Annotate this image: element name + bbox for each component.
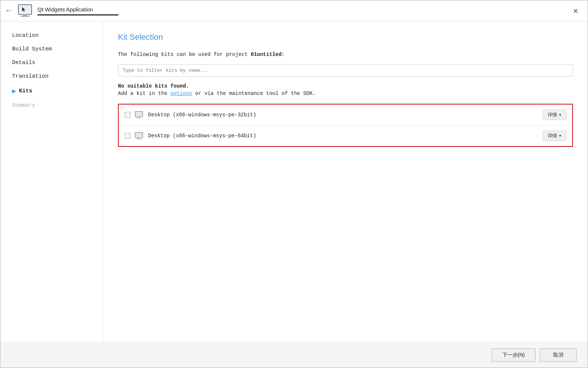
sidebar-item-translation[interactable]: Translation: [8, 70, 103, 83]
kit-checkbox-32bit[interactable]: [125, 112, 130, 118]
svg-rect-8: [136, 118, 141, 118]
svg-rect-2: [23, 14, 27, 16]
kit-row: Desktop (x86-windows-msys-pe-32bit) 详情 ▾: [119, 105, 572, 125]
details-label: Details: [12, 60, 35, 66]
back-button[interactable]: ←: [6, 6, 11, 15]
kit-filter-input[interactable]: [118, 64, 573, 77]
sidebar-item-summary: Summary: [8, 99, 103, 112]
svg-rect-6: [136, 112, 142, 116]
kits-container: Desktop (x86-windows-msys-pe-32bit) 详情 ▾: [118, 104, 573, 147]
title-area: Qt Widgets Application: [37, 6, 118, 15]
options-link[interactable]: options: [171, 91, 192, 96]
build-system-label: Build System: [12, 46, 52, 52]
project-name: 01untitled: [251, 52, 282, 57]
page-title: Kit Selection: [118, 32, 573, 42]
cancel-button[interactable]: 取消: [540, 348, 577, 362]
kits-label: Kits: [19, 88, 32, 94]
footer: 下一步(N) 取消: [0, 342, 588, 368]
kit-checkbox-64bit[interactable]: [125, 133, 130, 139]
description-text: The following kits can be used for proje…: [118, 51, 573, 59]
window-icon: [17, 3, 35, 18]
sidebar-item-details[interactable]: Details: [8, 56, 103, 70]
title-bar: ← Qt Widgets Application ✕: [0, 0, 588, 21]
kit-label-32bit: Desktop (x86-windows-msys-pe-32bit): [148, 112, 538, 118]
no-kits-prefix: Add a kit in the: [118, 91, 171, 96]
kits-arrow-icon: ▶: [12, 87, 16, 95]
svg-rect-7: [138, 117, 140, 118]
monitor-icon-64bit: [135, 132, 144, 139]
svg-rect-11: [138, 138, 140, 139]
sidebar-item-kits[interactable]: ▶ Kits: [8, 83, 103, 99]
sidebar-item-build-system[interactable]: Build System: [8, 42, 103, 56]
main-window: ← Qt Widgets Application ✕ Location Bu: [0, 0, 588, 368]
svg-rect-3: [21, 16, 29, 17]
content-area: Kit Selection The following kits can be …: [103, 21, 588, 342]
title-underline: [37, 14, 118, 15]
details-button-32bit[interactable]: 详情 ▾: [543, 110, 566, 120]
no-kits-detail: Add a kit in the options or via the main…: [118, 91, 573, 96]
chevron-down-icon-64bit: ▾: [559, 133, 562, 139]
sidebar: Location Build System Details Translatio…: [0, 21, 103, 342]
svg-rect-12: [136, 139, 141, 139]
summary-label: Summary: [12, 102, 35, 109]
close-button[interactable]: ✕: [570, 4, 582, 17]
details-button-64bit[interactable]: 详情 ▾: [543, 131, 566, 141]
sidebar-item-location[interactable]: Location: [8, 29, 103, 42]
no-kits-title: No suitable kits found.: [118, 83, 573, 89]
details-text-64bit: 详情: [548, 132, 557, 139]
location-label: Location: [12, 32, 39, 39]
next-button[interactable]: 下一步(N): [492, 348, 535, 362]
desc-suffix: :: [282, 52, 284, 57]
desc-prefix: The following kits can be used for proje…: [118, 52, 251, 57]
monitor-icon-32bit: [135, 111, 144, 118]
details-text-32bit: 详情: [548, 112, 557, 118]
kit-row: Desktop (x86-windows-msys-pe-64bit) 详情 ▾: [119, 125, 572, 146]
translation-label: Translation: [12, 73, 49, 79]
no-kits-suffix: or via the maintenance tool of the SDK.: [192, 91, 316, 96]
main-content: Location Build System Details Translatio…: [0, 21, 588, 342]
svg-rect-1: [19, 6, 31, 13]
svg-rect-10: [136, 133, 142, 137]
chevron-down-icon-32bit: ▾: [559, 112, 562, 118]
window-title: Qt Widgets Application: [37, 6, 93, 13]
kit-label-64bit: Desktop (x86-windows-msys-pe-64bit): [148, 133, 538, 139]
